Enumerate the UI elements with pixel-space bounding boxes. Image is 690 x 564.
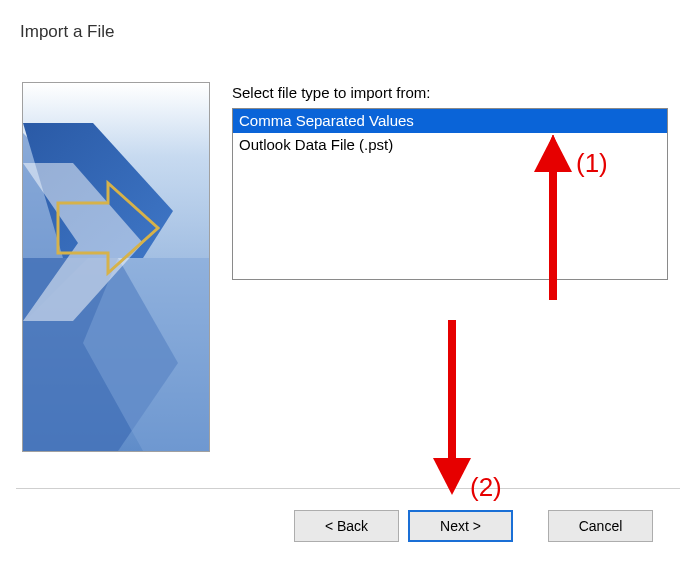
back-button[interactable]: < Back	[294, 510, 399, 542]
file-type-label: Select file type to import from:	[232, 84, 430, 101]
file-type-option[interactable]: Outlook Data File (.pst)	[233, 133, 667, 157]
file-type-listbox[interactable]: Comma Separated Values Outlook Data File…	[232, 108, 668, 280]
annotation-arrow-2	[433, 320, 471, 495]
wizard-image	[22, 82, 210, 452]
file-type-option[interactable]: Comma Separated Values	[233, 109, 667, 133]
dialog-title: Import a File	[20, 22, 114, 42]
wizard-graphic-icon	[23, 83, 209, 451]
separator	[16, 488, 680, 489]
cancel-button[interactable]: Cancel	[548, 510, 653, 542]
svg-marker-5	[433, 458, 471, 495]
next-button[interactable]: Next >	[408, 510, 513, 542]
